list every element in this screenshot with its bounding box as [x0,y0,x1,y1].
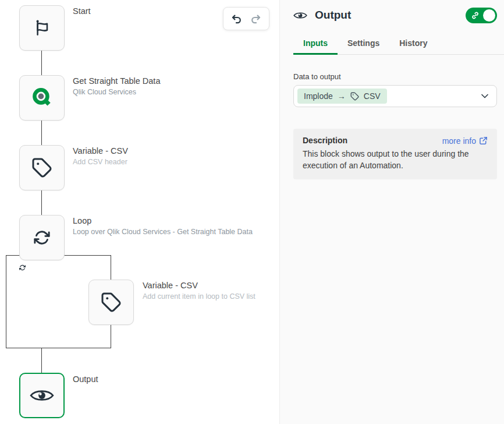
loop-icon [31,227,53,249]
flag-icon [31,17,53,39]
loop-marker-icon [18,263,27,272]
block-variable-csv-header[interactable] [19,145,65,190]
data-to-output-select[interactable]: Implode → CSV [293,85,497,107]
undo-button[interactable] [229,11,244,26]
block-start[interactable] [19,5,65,51]
more-info-label: more info [442,136,476,146]
panel-title: Output [315,9,351,22]
panel-header: Output [293,7,497,23]
implode-csv-chip[interactable]: Implode → CSV [297,89,387,104]
chip-target-label: CSV [364,91,381,101]
connector-line [41,51,42,75]
connector-line [41,121,42,145]
tag-icon [350,92,359,101]
tab-settings[interactable]: Settings [338,39,389,55]
connector-line [41,190,42,215]
undo-redo-toolbar [223,7,269,30]
tag-icon [31,157,52,178]
chevron-down-icon [481,94,488,98]
automation-editor: Start Get Straight Table Data Qlik Cloud… [0,0,504,424]
block-subtitle: Loop over Qlik Cloud Services - Get Stra… [73,227,253,237]
block-variable-csv-loop-item[interactable] [88,280,134,325]
toggle-knob [483,9,495,22]
description-heading: Description [303,136,347,146]
tag-icon [101,292,122,313]
block-loop[interactable] [19,215,65,260]
block-enabled-toggle[interactable] [466,8,497,23]
redo-button[interactable] [249,11,264,26]
block-get-straight-table-data[interactable] [19,75,65,121]
link-icon [471,11,480,20]
data-to-output-label: Data to output [293,72,497,81]
tab-inputs[interactable]: Inputs [293,39,338,55]
block-subtitle: Add CSV header [73,157,128,167]
tab-history[interactable]: History [389,39,437,55]
block-title: Start [73,6,91,17]
block-title: Variable - CSV [73,146,128,157]
block-config-panel: Output Inputs Settings History Data to o… [280,0,504,424]
block-subtitle: Qlik Cloud Services [73,87,160,97]
more-info-link[interactable]: more info [442,136,488,146]
block-title: Output [73,374,98,385]
block-output[interactable] [19,373,65,418]
block-title: Variable - CSV [143,280,255,291]
description-card: Description more info This block shows o… [293,129,497,179]
eye-icon [293,10,307,20]
chip-source-label: Implode [304,91,333,101]
chip-arrow: → [338,91,346,101]
block-title: Get Straight Table Data [73,76,160,87]
qlik-logo-icon [30,86,54,110]
description-body: This block shows output to the user duri… [303,148,488,171]
external-link-icon [479,136,488,145]
block-subtitle: Add current item in loop to CSV list [143,291,255,302]
connector-line [41,348,42,373]
flow-canvas[interactable]: Start Get Straight Table Data Qlik Cloud… [0,0,280,424]
panel-tabs: Inputs Settings History [293,39,504,55]
eye-icon [30,387,54,404]
block-title: Loop [73,215,253,227]
